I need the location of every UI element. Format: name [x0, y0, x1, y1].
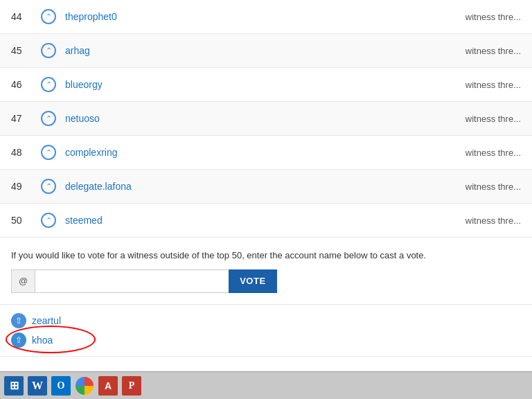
vote-description: If you would like to vote for a witness … — [11, 249, 521, 263]
proxy-section: You can also choose a proxy that will vo… — [0, 356, 532, 372]
witness-name[interactable]: steemed — [65, 215, 466, 226]
witness-rank: 46 — [11, 79, 39, 90]
witness-row: 48⌃complexringwitness thre... — [0, 136, 532, 170]
witness-thread: witness thre... — [466, 181, 521, 192]
witness-thread: witness thre... — [466, 46, 521, 56]
witness-vote-icon[interactable]: ⌃ — [39, 143, 58, 162]
outlook-taskbar-icon[interactable]: O — [50, 375, 72, 397]
vote-account-input[interactable] — [35, 269, 229, 293]
voted-witnesses-list: ⇧ zeartul ⇧ khoa — [0, 305, 532, 356]
witness-name[interactable]: blueorgy — [65, 79, 466, 90]
witness-thread: witness thre... — [466, 12, 521, 22]
witness-thread: witness thre... — [466, 215, 521, 226]
witness-row: 44⌃theprophet0witness thre... — [0, 0, 532, 34]
vote-up-icon-zeartul[interactable]: ⇧ — [11, 313, 26, 328]
witness-rank: 50 — [11, 215, 39, 226]
witness-thread: witness thre... — [466, 80, 521, 90]
witness-rank: 47 — [11, 113, 39, 124]
witness-name[interactable]: arhag — [65, 45, 466, 56]
witness-rank: 49 — [11, 181, 39, 192]
witness-rank: 48 — [11, 147, 39, 158]
witness-name[interactable]: complexring — [65, 147, 466, 158]
witness-row: 50⌃steemedwitness thre... — [0, 204, 532, 238]
witness-name[interactable]: delegate.lafona — [65, 181, 466, 192]
witness-name[interactable]: theprophet0 — [65, 11, 466, 22]
witness-list: 44⌃theprophet0witness thre...45⌃arhagwit… — [0, 0, 532, 238]
chrome-taskbar-icon[interactable] — [73, 375, 96, 397]
witness-thread: witness thre... — [466, 114, 521, 124]
vote-at-symbol: @ — [11, 269, 35, 293]
witness-name[interactable]: netuoso — [65, 113, 466, 124]
taskbar: ⊞ W O A P — [0, 371, 532, 399]
witness-row: 46⌃blueorgywitness thre... — [0, 68, 532, 102]
powerpoint-taskbar-icon[interactable]: P — [121, 375, 143, 397]
voted-item-khoa: ⇧ khoa — [11, 332, 521, 348]
witness-vote-icon[interactable]: ⌃ — [39, 211, 58, 230]
witness-vote-icon[interactable]: ⌃ — [39, 41, 58, 60]
witness-row: 45⌃arhagwitness thre... — [0, 34, 532, 68]
witness-thread: witness thre... — [466, 148, 521, 158]
witness-rank: 44 — [11, 11, 39, 22]
witness-vote-icon[interactable]: ⌃ — [39, 177, 58, 196]
witness-vote-icon[interactable]: ⌃ — [39, 109, 58, 128]
witness-rank: 45 — [11, 45, 39, 56]
main-content: 44⌃theprophet0witness thre...45⌃arhagwit… — [0, 0, 532, 371]
witness-vote-icon[interactable]: ⌃ — [39, 75, 58, 94]
voted-name-khoa: khoa — [32, 335, 53, 346]
voted-name-zeartul: zeartul — [32, 315, 61, 326]
acrobat-taskbar-icon[interactable]: A — [97, 375, 119, 397]
witness-row: 49⌃delegate.lafonawitness thre... — [0, 170, 532, 204]
witness-row: 47⌃netuosowitness thre... — [0, 102, 532, 136]
witness-vote-icon[interactable]: ⌃ — [39, 7, 58, 26]
windows-taskbar-icon[interactable]: ⊞ — [3, 375, 25, 397]
word-taskbar-icon[interactable]: W — [26, 375, 48, 397]
vote-button[interactable]: VOTE — [229, 269, 276, 293]
voted-item-zeartul: ⇧ zeartul — [11, 313, 521, 328]
vote-up-icon-khoa[interactable]: ⇧ — [11, 332, 26, 348]
vote-section: If you would like to vote for a witness … — [0, 238, 532, 305]
